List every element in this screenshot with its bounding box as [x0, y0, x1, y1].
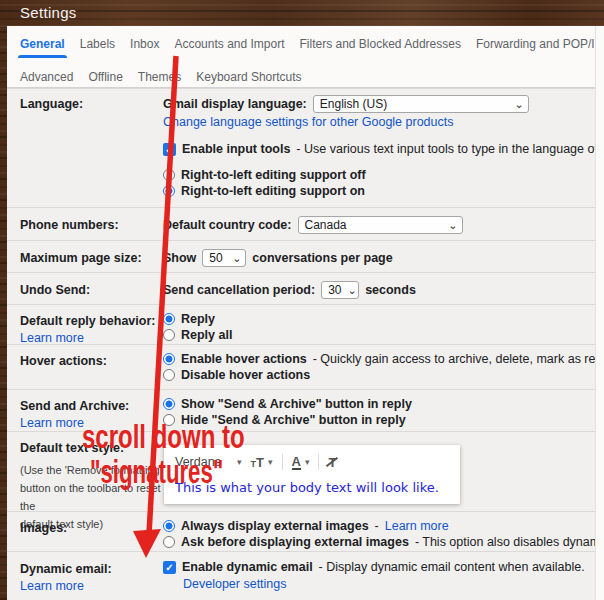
images-label: Images:: [20, 519, 163, 551]
tab-row-1: General Labels Inbox Accounts and Import…: [20, 37, 604, 57]
check-icon: ✓: [165, 144, 173, 155]
scrollbar[interactable]: [595, 26, 604, 600]
reply-radio[interactable]: [163, 313, 175, 325]
text-color-dropdown[interactable]: A ▾: [292, 455, 310, 470]
remove-formatting-icon: T: [328, 455, 336, 470]
tab-accounts-import[interactable]: Accounts and Import: [174, 37, 284, 57]
row-send-archive: Send and Archive: Learn more Show "Send …: [7, 389, 604, 431]
tab-advanced[interactable]: Advanced: [20, 70, 73, 90]
page-title: Settings: [20, 4, 77, 21]
enable-dynamic-email-checkbox[interactable]: ✓: [163, 561, 176, 574]
body-text-preview: This is what your body text will look li…: [175, 480, 449, 495]
undo-send-label: Undo Send:: [20, 281, 163, 304]
reply-learn-more-link[interactable]: Learn more: [20, 331, 163, 345]
font-size-icon: TT: [251, 455, 264, 470]
settings-tabs: General Labels Inbox Accounts and Import…: [7, 26, 604, 88]
dynamic-email-desc: - Display dynamic email content when ava…: [319, 560, 585, 574]
max-page-size-label: Maximum page size:: [20, 249, 163, 272]
always-display-images-label: Always display external images: [181, 519, 369, 533]
change-language-link[interactable]: Change language settings for other Googl…: [163, 115, 453, 129]
conversations-per-page-label: conversations per page: [252, 251, 392, 265]
check-icon: ✓: [165, 562, 173, 573]
caret-down-icon: ▾: [268, 457, 273, 467]
row-language: Language: Gmail display language: Englis…: [7, 88, 604, 207]
rtl-off-label: Right-to-left editing support off: [181, 168, 366, 182]
dropdown-chevron-icon: ⌄: [515, 99, 524, 109]
phone-numbers-label: Phone numbers:: [20, 216, 163, 240]
rtl-off-radio[interactable]: [163, 169, 175, 181]
rtl-on-radio[interactable]: [163, 185, 175, 197]
show-label: Show: [163, 251, 196, 265]
reply-all-radio[interactable]: [163, 329, 175, 341]
send-archive-learn-more-link[interactable]: Learn more: [20, 416, 163, 430]
toolbar-divider: [282, 454, 283, 470]
ask-before-images-radio[interactable]: [163, 536, 175, 548]
hover-actions-label: Hover actions:: [20, 352, 163, 389]
reply-option-label: Reply: [181, 312, 215, 326]
text-style-note-2: button on the toolbar to reset the: [20, 479, 163, 515]
reply-all-option-label: Reply all: [181, 328, 232, 342]
developer-settings-link[interactable]: Developer settings: [183, 577, 287, 591]
show-send-archive-radio[interactable]: [163, 398, 175, 410]
caret-down-icon: ▾: [305, 457, 310, 467]
row-max-page-size: Maximum page size: Show 50 ⌄ conversatio…: [7, 240, 604, 272]
enable-dynamic-email-label: Enable dynamic email: [182, 560, 313, 574]
tab-inbox[interactable]: Inbox: [130, 37, 159, 57]
font-size-dropdown[interactable]: TT ▾: [251, 455, 273, 470]
input-tools-desc: - Use various text input tools to type i…: [296, 142, 604, 156]
row-hover-actions: Hover actions: Enable hover actions - Qu…: [7, 344, 604, 389]
settings-panel: General Labels Inbox Accounts and Import…: [7, 26, 604, 600]
tab-themes[interactable]: Themes: [138, 70, 181, 90]
dynamic-email-label: Dynamic email:: [20, 562, 112, 576]
toolbar-divider: [318, 454, 319, 470]
display-language-label: Gmail display language:: [163, 97, 307, 111]
disable-hover-radio[interactable]: [163, 369, 175, 381]
page-size-select[interactable]: 50 ⌄: [202, 249, 246, 267]
tab-forwarding-pop-imap[interactable]: Forwarding and POP/IMAP: [476, 37, 604, 57]
row-default-reply: Default reply behavior: Learn more Reply…: [7, 304, 604, 344]
remove-formatting-button[interactable]: T: [328, 455, 336, 470]
language-label: Language:: [20, 95, 163, 207]
tab-keyboard-shortcuts[interactable]: Keyboard Shortcuts: [196, 70, 301, 90]
caret-down-icon: ▾: [237, 457, 242, 467]
show-send-archive-label: Show "Send & Archive" button in reply: [181, 397, 412, 411]
text-color-icon: A: [292, 455, 301, 470]
cancellation-period-select[interactable]: 30 ⌄: [321, 281, 359, 299]
images-learn-more-link[interactable]: Learn more: [385, 519, 449, 533]
cancellation-period-label: Send cancellation period:: [163, 283, 315, 297]
dropdown-chevron-icon: ⌄: [347, 285, 356, 295]
text-style-label: Default text style:: [20, 441, 124, 455]
ask-before-images-desc: - This option also disables dynamic emai…: [415, 535, 604, 549]
ask-before-images-label: Ask before displaying external images: [181, 535, 409, 549]
seconds-label: seconds: [365, 283, 416, 297]
dropdown-chevron-icon: ⌄: [448, 220, 457, 230]
row-undo-send: Undo Send: Send cancellation period: 30 …: [7, 272, 604, 304]
display-language-select[interactable]: English (US) ⌄: [313, 95, 529, 113]
text-style-note-1: (Use the 'Remove formatting': [20, 461, 163, 479]
default-reply-label: Default reply behavior:: [20, 314, 155, 328]
input-tools-label: Enable input tools: [182, 142, 290, 156]
enable-input-tools-checkbox[interactable]: ✓: [163, 143, 176, 156]
enable-hover-radio[interactable]: [163, 353, 175, 365]
country-code-select[interactable]: Canada ⌄: [298, 216, 463, 234]
enable-hover-label: Enable hover actions: [181, 352, 307, 366]
tab-offline[interactable]: Offline: [88, 70, 122, 90]
send-archive-label: Send and Archive:: [20, 399, 129, 413]
row-default-text-style: Default text style: (Use the 'Remove for…: [7, 431, 604, 511]
dropdown-chevron-icon: ⌄: [232, 253, 241, 263]
tab-filters-blocked[interactable]: Filters and Blocked Addresses: [300, 37, 461, 57]
text-style-preview: Verdana ▾ TT ▾ A ▾ T: [164, 445, 460, 504]
row-phone-numbers: Phone numbers: Default country code: Can…: [7, 207, 604, 240]
dynamic-learn-more-link[interactable]: Learn more: [20, 579, 163, 593]
row-dynamic-email: Dynamic email: Learn more ✓ Enable dynam…: [7, 551, 604, 600]
hide-send-archive-radio[interactable]: [163, 414, 175, 426]
rtl-on-label: Right-to-left editing support on: [181, 184, 365, 198]
hide-send-archive-label: Hide "Send & Archive" button in reply: [181, 413, 406, 427]
enable-hover-desc: - Quickly gain access to archive, delete…: [313, 352, 604, 366]
country-code-label: Default country code:: [163, 218, 292, 232]
tab-general[interactable]: General: [20, 37, 65, 57]
tab-row-2: Advanced Offline Themes Keyboard Shortcu…: [20, 70, 604, 90]
tab-labels[interactable]: Labels: [80, 37, 115, 57]
always-display-images-radio[interactable]: [163, 520, 175, 532]
font-family-dropdown[interactable]: Verdana ▾: [175, 455, 242, 469]
